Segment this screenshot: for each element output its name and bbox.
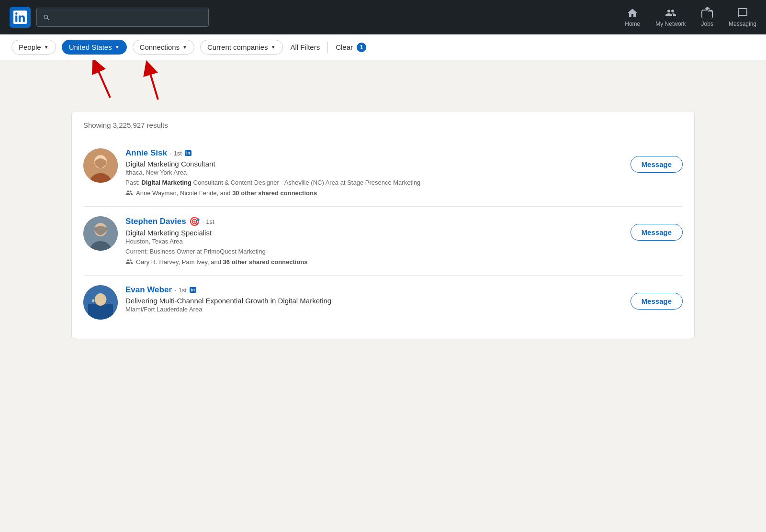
filter-divider	[327, 42, 328, 53]
avatar	[83, 216, 118, 251]
network-icon	[665, 7, 676, 19]
person-title: Delivering Multi-Channel Exponential Gro…	[125, 297, 623, 305]
table-row: SUMMIT Evan Weber · 1st in Delivering Mu…	[83, 276, 683, 329]
target-icon: 🎯	[189, 216, 200, 227]
message-button[interactable]: Message	[631, 293, 683, 310]
nav-links: Home My Network Jobs Messaging	[625, 7, 756, 27]
search-bar[interactable]: digital marketing	[36, 8, 209, 27]
person-info: Evan Weber · 1st in Delivering Multi-Cha…	[125, 285, 623, 316]
linkedin-badge: in	[185, 150, 192, 156]
shared-connections: Anne Wayman, Nicole Fende, and 30 other …	[125, 189, 623, 197]
clear-button[interactable]: Clear 1	[336, 43, 366, 52]
person-info: Stephen Davies 🎯 · 1st Digital Marketing…	[125, 216, 623, 266]
people-chevron-icon: ▼	[44, 44, 49, 50]
person-name[interactable]: Evan Weber	[125, 285, 172, 295]
messaging-icon	[737, 7, 748, 19]
home-icon	[627, 7, 638, 19]
connection-degree: · 1st	[175, 287, 187, 294]
filter-bar: People ▼ United States ▼ Connections ▼ C…	[0, 34, 766, 60]
table-row: Stephen Davies 🎯 · 1st Digital Marketing…	[83, 207, 683, 276]
person-name-line: Evan Weber · 1st in	[125, 285, 623, 295]
current-companies-filter[interactable]: Current companies ▼	[200, 40, 283, 55]
svg-line-1	[148, 67, 158, 100]
nav-messaging[interactable]: Messaging	[729, 7, 756, 27]
location-filter[interactable]: United States ▼	[62, 40, 127, 55]
connections-filter[interactable]: Connections ▼	[133, 40, 194, 55]
connection-degree: · 1st	[203, 218, 214, 225]
connection-degree: · 1st	[170, 150, 182, 157]
search-icon	[43, 13, 50, 21]
nav-jobs[interactable]: Jobs	[701, 7, 713, 27]
person-info: Annie Sisk · 1st in Digital Marketing Co…	[125, 148, 623, 197]
person-location: Miami/Fort Lauderdale Area	[125, 306, 623, 313]
companies-chevron-icon: ▼	[271, 44, 276, 50]
navbar: digital marketing Home My Network Jobs M…	[0, 0, 766, 34]
linkedin-logo[interactable]	[10, 7, 31, 28]
person-past: Current: Business Owner at PrimoQuest Ma…	[125, 248, 623, 255]
linkedin-badge: in	[190, 287, 196, 293]
results-count: Showing 3,225,927 results	[83, 121, 683, 129]
people-filter[interactable]: People ▼	[11, 40, 56, 55]
search-input[interactable]: digital marketing	[54, 13, 203, 22]
arrow-annotations	[0, 60, 766, 103]
person-past: Past: Digital Marketing Consultant & Con…	[125, 179, 623, 186]
jobs-icon	[701, 7, 713, 19]
svg-rect-9	[88, 304, 113, 320]
svg-line-0	[96, 65, 110, 98]
person-name-line: Annie Sisk · 1st in	[125, 148, 623, 158]
shared-connections: Gary R. Harvey, Pam Ivey, and 36 other s…	[125, 258, 623, 266]
location-chevron-icon: ▼	[115, 44, 120, 50]
nav-home[interactable]: Home	[625, 7, 640, 27]
person-location: Houston, Texas Area	[125, 238, 623, 245]
connections-icon	[125, 189, 133, 197]
annotation-area	[0, 60, 766, 103]
person-location: Ithaca, New York Area	[125, 169, 623, 176]
main-content: Showing 3,225,927 results Annie Sisk · 1…	[60, 111, 706, 339]
message-button[interactable]: Message	[631, 224, 683, 241]
person-name[interactable]: Annie Sisk	[125, 148, 167, 158]
results-card: Showing 3,225,927 results Annie Sisk · 1…	[71, 111, 695, 339]
person-title: Digital Marketing Consultant	[125, 160, 623, 168]
connections-chevron-icon: ▼	[182, 44, 187, 50]
svg-point-11	[95, 293, 106, 306]
avatar: SUMMIT	[83, 285, 118, 320]
person-title: Digital Marketing Specialist	[125, 229, 623, 237]
person-name[interactable]: Stephen Davies	[125, 217, 186, 226]
connections-icon	[125, 258, 133, 266]
all-filters-button[interactable]: All Filters	[291, 43, 320, 51]
person-name-line: Stephen Davies 🎯 · 1st	[125, 216, 623, 227]
nav-my-network[interactable]: My Network	[655, 7, 686, 27]
avatar	[83, 148, 118, 183]
message-button[interactable]: Message	[631, 156, 683, 173]
clear-count-badge: 1	[357, 43, 366, 52]
table-row: Annie Sisk · 1st in Digital Marketing Co…	[83, 139, 683, 207]
